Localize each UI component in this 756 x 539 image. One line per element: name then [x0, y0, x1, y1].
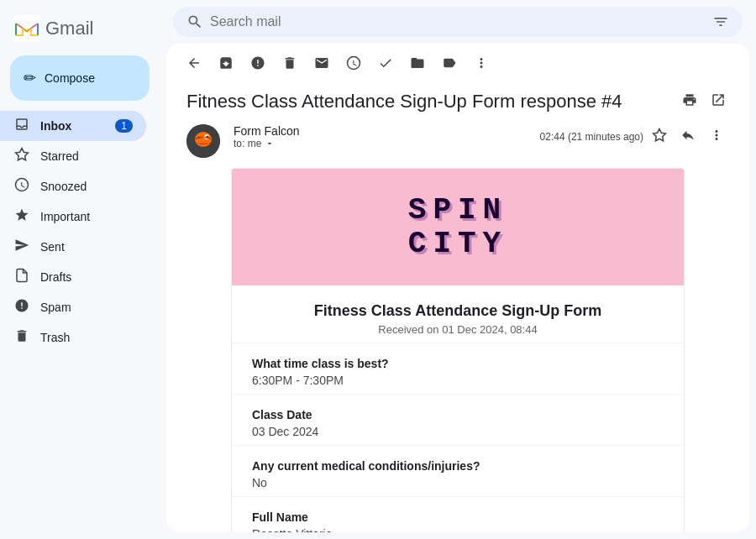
sidebar-item-inbox[interactable]: Inbox 1 [0, 111, 146, 141]
move-to-button[interactable] [403, 50, 432, 76]
email-header: Form Falcon to: me 02:44 (21 minutes ago… [166, 118, 749, 168]
field-answer-3: Rosetta Vittoria [252, 527, 664, 532]
form-title: Fitness Class Attendance Sign-Up Form [252, 302, 664, 320]
sender-to[interactable]: to: me [234, 138, 527, 149]
svg-marker-3 [16, 149, 29, 160]
compose-label: Compose [45, 71, 95, 85]
filter-icon[interactable] [712, 13, 729, 30]
email-time: 02:44 (21 minutes ago) [540, 131, 643, 143]
field-answer-1: 03 Dec 2024 [252, 425, 664, 438]
sent-icon [13, 238, 30, 256]
form-field-0: What time class is best? 6:30PM - 7:30PM [232, 343, 684, 394]
field-question-3: Full Name [252, 510, 664, 524]
email-body: SPINCITY Fitness Class Attendance Sign-U… [166, 168, 749, 532]
more-options-button[interactable] [467, 50, 496, 76]
email-toolbar [166, 44, 749, 82]
field-question-1: Class Date [252, 408, 664, 421]
email-subject-bar: Fitness Class Attendance Sign-Up Form re… [166, 82, 749, 118]
inbox-badge: 1 [115, 119, 133, 133]
subject-actions [679, 89, 729, 114]
form-title-section: Fitness Class Attendance Sign-Up Form Re… [232, 285, 684, 343]
topbar [160, 0, 756, 44]
star-email-button[interactable] [647, 124, 672, 149]
trash-label: Trash [40, 331, 133, 344]
compose-icon: ✏ [24, 69, 36, 87]
search-input[interactable] [210, 14, 706, 29]
spin-city-logo: SPINCITY [408, 194, 507, 260]
search-bar [173, 7, 743, 37]
form-field-3: Full Name Rosetta Vittoria [232, 496, 684, 532]
label-button[interactable] [435, 50, 464, 76]
form-field-2: Any current medical conditions/injuries?… [232, 445, 684, 496]
open-in-new-button[interactable] [707, 89, 729, 114]
archive-button[interactable] [212, 50, 240, 76]
report-spam-button[interactable] [244, 50, 272, 76]
starred-label: Starred [40, 149, 133, 163]
gmail-logo: Gmail [0, 7, 160, 55]
add-to-tasks-button[interactable] [371, 50, 400, 76]
trash-icon [13, 328, 30, 347]
drafts-label: Drafts [40, 270, 133, 284]
sidebar-item-starred[interactable]: Starred [0, 141, 146, 171]
sender-name: Form Falcon [234, 124, 527, 138]
sidebar: Gmail ✏ Compose Inbox 1 Starred Snoozed … [0, 0, 160, 539]
back-button[interactable] [180, 50, 208, 76]
mark-unread-button[interactable] [307, 50, 336, 76]
email-subject: Fitness Class Attendance Sign-Up Form re… [186, 91, 622, 113]
sender-to-text: to: me [234, 138, 261, 149]
email-view: Fitness Class Attendance Sign-Up Form re… [166, 44, 749, 532]
svg-rect-2 [16, 23, 38, 35]
sender-avatar [186, 124, 220, 158]
form-field-1: Class Date 03 Dec 2024 [232, 394, 684, 445]
sidebar-item-sent[interactable]: Sent [0, 232, 146, 262]
drafts-icon [13, 268, 30, 286]
snoozed-label: Snoozed [40, 180, 133, 193]
important-label: Important [40, 210, 133, 223]
gmail-logo-text: Gmail [45, 18, 93, 39]
search-icon [186, 13, 203, 30]
sidebar-item-important[interactable]: Important [0, 201, 146, 232]
sent-label: Sent [40, 240, 133, 254]
field-question-0: What time class is best? [252, 357, 664, 370]
delete-button[interactable] [276, 50, 304, 76]
inbox-label: Inbox [40, 119, 105, 133]
svg-marker-8 [654, 129, 666, 141]
snooze-button[interactable] [339, 50, 368, 76]
important-icon [13, 207, 30, 226]
expand-icon [265, 139, 275, 149]
field-question-2: Any current medical conditions/injuries? [252, 459, 664, 473]
sidebar-item-snoozed[interactable]: Snoozed [0, 171, 146, 201]
spam-label: Spam [40, 301, 133, 314]
star-icon [13, 147, 30, 165]
print-button[interactable] [679, 89, 701, 114]
form-received: Received on 01 Dec 2024, 08:44 [252, 323, 664, 336]
inbox-icon [13, 117, 30, 135]
main-content: Fitness Class Attendance Sign-Up Form re… [160, 0, 756, 539]
snooze-icon [13, 177, 30, 196]
field-answer-0: 6:30PM - 7:30PM [252, 374, 664, 387]
spam-icon [13, 298, 30, 317]
sidebar-item-drafts[interactable]: Drafts [0, 262, 146, 292]
compose-button[interactable]: ✏ Compose [10, 55, 150, 101]
more-email-options-button[interactable] [704, 124, 729, 149]
reply-button[interactable] [675, 124, 701, 149]
sidebar-item-spam[interactable]: Spam [0, 292, 146, 322]
sidebar-item-trash[interactable]: Trash [0, 322, 146, 353]
form-header-image: SPINCITY [232, 169, 684, 285]
gmail-logo-icon [13, 15, 40, 42]
form-card: SPINCITY Fitness Class Attendance Sign-U… [231, 168, 685, 532]
sender-info: Form Falcon to: me [234, 124, 527, 149]
field-answer-2: No [252, 476, 664, 489]
header-actions: 02:44 (21 minutes ago) [540, 124, 729, 149]
